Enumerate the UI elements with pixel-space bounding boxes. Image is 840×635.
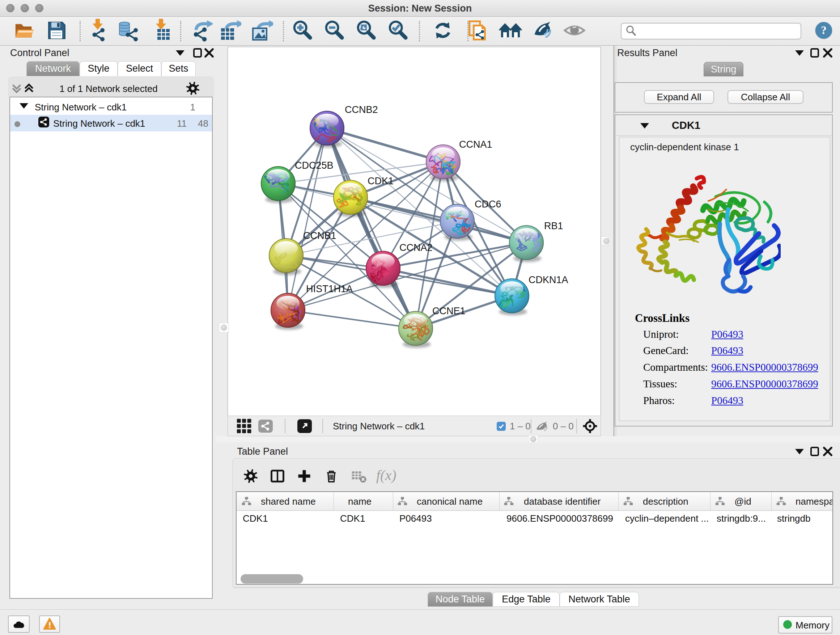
svg-text:CDC25B: CDC25B [295,160,333,171]
svg-text:CCNA2: CCNA2 [399,242,433,253]
svg-text:CCNE1: CCNE1 [432,306,466,317]
svg-text:CCNA1: CCNA1 [459,139,493,150]
svg-text:?: ? [821,24,827,36]
svg-text:CDKN1A: CDKN1A [529,274,568,285]
svg-text:CCNB1: CCNB1 [303,230,336,241]
svg-text:CCNB2: CCNB2 [345,104,378,115]
svg-text:CDK1: CDK1 [368,176,393,187]
svg-text:HIST1H1A: HIST1H1A [306,283,353,295]
svg-text:RB1: RB1 [544,220,563,231]
svg-text:CDC6: CDC6 [475,199,501,210]
